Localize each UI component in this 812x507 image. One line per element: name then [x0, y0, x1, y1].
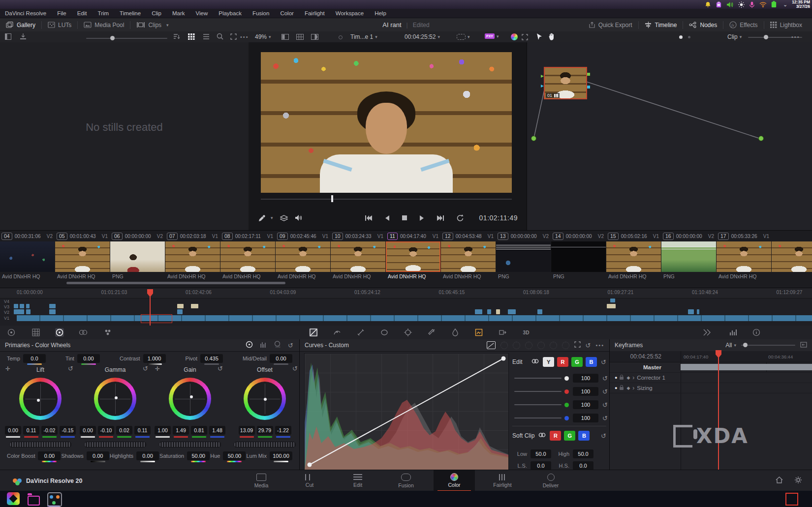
soft-clip-channel-g[interactable]: G: [564, 431, 575, 441]
viewer-scrubber[interactable]: [261, 199, 512, 200]
control-value[interactable]: 50.00: [187, 451, 210, 460]
clip-item[interactable]: 1600:00:00:00V2PNG: [661, 231, 716, 281]
expand-chevron-icon[interactable]: ›: [632, 385, 634, 391]
page-tab-cut[interactable]: Cut: [289, 470, 330, 491]
menu-davinci-resolve[interactable]: DaVinci Resolve: [5, 10, 46, 16]
node-input-dot[interactable]: [531, 136, 536, 141]
clip-item[interactable]: 1300:00:00:00V2PNG: [496, 231, 551, 281]
key-icon[interactable]: [474, 328, 483, 337]
timeline-clip-segment[interactable]: [537, 309, 542, 314]
expand-icon[interactable]: [230, 33, 237, 41]
gallery-toggle-button[interactable]: Gallery: [0, 18, 41, 31]
keyframes-zoom-handle[interactable]: [743, 343, 748, 347]
control-value[interactable]: 0.0: [23, 354, 46, 363]
node-key-output[interactable]: [587, 86, 590, 89]
battery-icon[interactable]: [771, 1, 777, 8]
channel-slider-reset-icon[interactable]: ↺: [602, 388, 608, 395]
wheel-reset-icon[interactable]: ↺: [143, 365, 148, 372]
taskbar-davinci-resolve-icon[interactable]: [47, 492, 62, 507]
color-trace-icon[interactable]: [511, 33, 518, 40]
window-icon[interactable]: [380, 328, 389, 337]
bypass-grades-icon[interactable]: ▾: [457, 34, 470, 40]
hue-vs-lum-icon[interactable]: [525, 342, 532, 349]
clip-item[interactable]: 0500:01:00:43V1Avid DNxHR HQ: [55, 231, 110, 281]
menu-workspace[interactable]: Workspace: [336, 10, 364, 16]
color-wheel-indicator[interactable]: [264, 398, 267, 401]
timeline-clip-segment[interactable]: [26, 309, 31, 314]
primaries-wheels-mode-icon[interactable]: [246, 341, 253, 350]
timeline-clip-segment[interactable]: [475, 309, 482, 314]
wheel-reset-icon[interactable]: ↺: [218, 365, 223, 372]
channel-slider-track[interactable]: [514, 418, 562, 418]
timeline-clip-segment[interactable]: [14, 304, 18, 308]
track-enable-dot-icon[interactable]: ●: [615, 375, 617, 380]
wheel-reset-icon[interactable]: ↺: [68, 365, 73, 372]
page-tab-edit[interactable]: Edit: [337, 470, 378, 491]
wheel-value-box[interactable]: 13.09: [239, 426, 255, 435]
wipe-modes-icon[interactable]: [280, 215, 288, 221]
keyframe-track-master[interactable]: Master: [610, 362, 812, 373]
keyframe-diamond-icon[interactable]: ◆: [626, 375, 630, 380]
soft-clip-high-value[interactable]: 50.0: [573, 449, 593, 458]
gallery-zoom-slider[interactable]: [86, 38, 167, 39]
taskbar-app-cube-icon[interactable]: [7, 492, 20, 505]
node-more-options[interactable]: •••: [791, 34, 800, 40]
clipboard-icon[interactable]: [716, 1, 722, 8]
clip-item[interactable]: 0900:02:45:46V1Avid DNxHR HQ: [276, 231, 330, 281]
media-pool-toggle-button[interactable]: Media Pool: [78, 18, 130, 31]
control-value[interactable]: 1.000: [143, 354, 166, 363]
grab-still-icon[interactable]: [20, 33, 27, 41]
track-enable-dot-icon[interactable]: ●: [615, 386, 617, 390]
clip-thumbnail[interactable]: [606, 241, 661, 272]
timeline-clip-segment[interactable]: [688, 309, 694, 314]
blur-icon[interactable]: [451, 328, 460, 337]
gallery-more-options[interactable]: •••: [240, 34, 249, 40]
microphone-icon[interactable]: [749, 1, 755, 8]
gallery-zoom-slider-handle[interactable]: [110, 36, 115, 40]
rgb-mixer-icon[interactable]: [103, 328, 112, 337]
taskbar-files-icon[interactable]: [28, 492, 40, 505]
soft-clip-low-value[interactable]: 50.0: [531, 449, 551, 458]
wheel-value-box[interactable]: 1.49: [173, 426, 189, 435]
effects-panel-button[interactable]: fx Effects: [723, 18, 763, 31]
color-wheel-ring[interactable]: [94, 378, 136, 420]
timeline-clip-segment[interactable]: [14, 309, 24, 314]
menu-edit[interactable]: Edit: [77, 10, 87, 16]
clip-thumbnail[interactable]: [220, 241, 275, 272]
viewer-zoom-dropdown[interactable]: 49%▾: [255, 31, 271, 42]
menu-mark[interactable]: Mark: [172, 10, 185, 16]
clip-thumbnail[interactable]: [772, 241, 812, 272]
control-value[interactable]: 0.435: [200, 354, 223, 363]
control-value[interactable]: 0.00: [38, 451, 61, 460]
color-wheel-indicator[interactable]: [190, 395, 193, 398]
pointer-tool-icon[interactable]: [536, 33, 542, 42]
clip-thumbnail[interactable]: [110, 241, 165, 272]
tray-expand-chevron[interactable]: ⌄: [783, 1, 787, 8]
soft-clip-reset-icon[interactable]: ↺: [601, 432, 606, 440]
timeline-clip-segment[interactable]: [49, 304, 56, 308]
custom-curve-mode-icon[interactable]: [487, 341, 496, 349]
track-lock-icon[interactable]: [620, 387, 624, 390]
color-wheel-indicator[interactable]: [37, 399, 40, 402]
wheel-value-box[interactable]: -0.15: [60, 426, 76, 435]
proxy-badge[interactable]: PXY ▾: [485, 33, 499, 39]
channel-slider-value[interactable]: 100: [573, 414, 598, 422]
color-wheel-indicator[interactable]: [115, 396, 118, 399]
node-zoom-slider-handle[interactable]: [764, 35, 768, 39]
viewer-video[interactable]: [261, 52, 512, 193]
curve-point-black[interactable]: [308, 463, 312, 467]
volume-icon[interactable]: [726, 1, 734, 8]
hand-tool-icon[interactable]: [548, 33, 555, 42]
page-tab-fairlight[interactable]: Fairlight: [482, 470, 523, 491]
soft-clip-channel-b[interactable]: B: [578, 431, 590, 441]
node-rgb-output[interactable]: [587, 73, 590, 76]
clip-thumbnail[interactable]: [55, 241, 110, 272]
timeline-clip-segment[interactable]: [191, 304, 198, 308]
curve-graph[interactable]: [304, 353, 509, 470]
wheel-value-box[interactable]: 0.02: [116, 426, 132, 435]
menu-color[interactable]: Color: [280, 10, 293, 16]
channel-slider-track[interactable]: [514, 391, 562, 392]
timeline-clip-segment[interactable]: [20, 304, 24, 308]
project-settings-gear-icon[interactable]: [794, 476, 802, 485]
edit-reset-icon[interactable]: ↺: [601, 358, 606, 366]
